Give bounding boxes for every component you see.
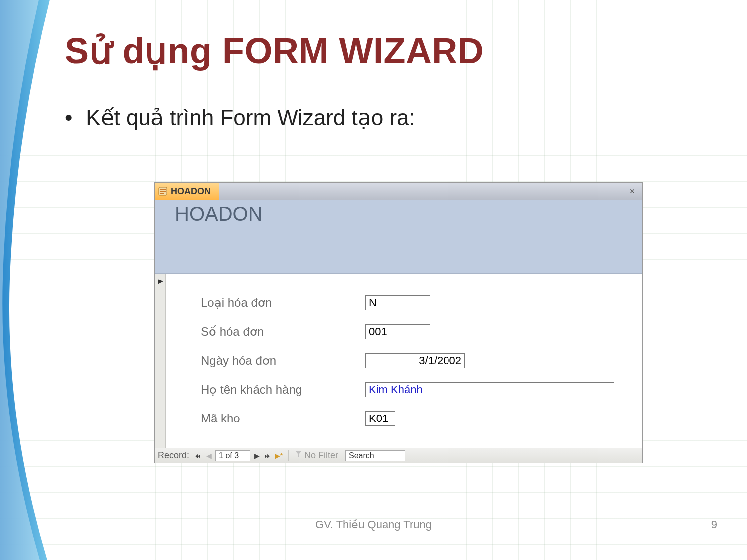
record-selector-arrow-icon: ▶ <box>158 277 163 285</box>
input-hoten-kh[interactable] <box>365 382 614 397</box>
label-loai-hd: Loại hóa đơn <box>201 296 365 310</box>
access-form-window: HOADON × HOADON ▶ Loại hóa đơn Số hóa đơ… <box>154 182 643 463</box>
slide-left-accent <box>0 0 60 560</box>
bullet-dot-icon: • <box>65 105 80 130</box>
nav-last-button[interactable]: ⏭ <box>262 450 273 461</box>
next-record-icon: ▶ <box>254 452 260 460</box>
field-row-hoten-kh: Họ tên khách hàng <box>201 381 642 399</box>
form-body: Loại hóa đơn Số hóa đơn Ngày hóa đơn Họ … <box>166 274 642 448</box>
slide-bullet: • Kết quả trình Form Wizard tạo ra: <box>65 105 415 130</box>
first-record-icon: ⏮ <box>194 452 201 460</box>
last-record-icon: ⏭ <box>264 452 271 460</box>
nav-new-record-button[interactable]: ▶* <box>273 450 284 461</box>
nav-filter-indicator[interactable]: No Filter <box>293 450 340 461</box>
label-ngay-hd: Ngày hóa đơn <box>201 354 365 368</box>
new-record-icon: ▶* <box>275 452 283 460</box>
close-form-button[interactable]: × <box>626 183 638 200</box>
nav-record-counter[interactable] <box>215 450 250 461</box>
svg-rect-3 <box>160 193 164 194</box>
nav-prev-button[interactable]: ◀ <box>203 450 214 461</box>
field-row-so-hd: Số hóa đơn <box>201 323 642 341</box>
bullet-text: Kết quả trình Form Wizard tạo ra: <box>86 105 415 130</box>
input-loai-hd[interactable] <box>365 295 430 310</box>
nav-separator <box>288 450 289 461</box>
form-icon <box>158 186 168 196</box>
nav-filter-text: No Filter <box>304 450 338 461</box>
form-tab-hoadon[interactable]: HOADON <box>155 183 219 200</box>
svg-rect-2 <box>160 191 166 192</box>
record-selector[interactable]: ▶ <box>155 274 166 448</box>
form-body-wrapper: ▶ Loại hóa đơn Số hóa đơn Ngày hóa đơn H… <box>155 274 642 448</box>
nav-search-input[interactable] <box>345 450 405 461</box>
prev-record-icon: ◀ <box>206 452 212 460</box>
label-ma-kho: Mã kho <box>201 412 365 425</box>
input-ma-kho[interactable] <box>365 411 395 426</box>
form-tab-bar: HOADON × <box>155 183 642 200</box>
funnel-icon <box>295 450 302 461</box>
field-row-ngay-hd: Ngày hóa đơn <box>201 352 642 370</box>
label-hoten-kh: Họ tên khách hàng <box>201 383 365 397</box>
slide-title: Sử dụng FORM WIZARD <box>65 30 484 72</box>
slide-page-number: 9 <box>711 518 717 531</box>
label-so-hd: Số hóa đơn <box>201 325 365 339</box>
nav-record-label: Record: <box>157 450 192 461</box>
form-header: HOADON <box>155 200 642 274</box>
close-icon: × <box>630 186 635 197</box>
nav-next-button[interactable]: ▶ <box>251 450 262 461</box>
slide-footer-author: GV. Thiều Quang Trung <box>315 518 432 531</box>
svg-rect-1 <box>160 189 166 190</box>
form-header-title: HOADON <box>175 203 263 225</box>
input-ngay-hd[interactable] <box>365 353 465 368</box>
form-tab-label: HOADON <box>171 186 211 197</box>
nav-first-button[interactable]: ⏮ <box>192 450 203 461</box>
record-nav-bar: Record: ⏮ ◀ ▶ ⏭ ▶* No Filter <box>155 448 642 463</box>
field-row-loai-hd: Loại hóa đơn <box>201 294 642 312</box>
input-so-hd[interactable] <box>365 324 430 339</box>
field-row-ma-kho: Mã kho <box>201 410 642 427</box>
